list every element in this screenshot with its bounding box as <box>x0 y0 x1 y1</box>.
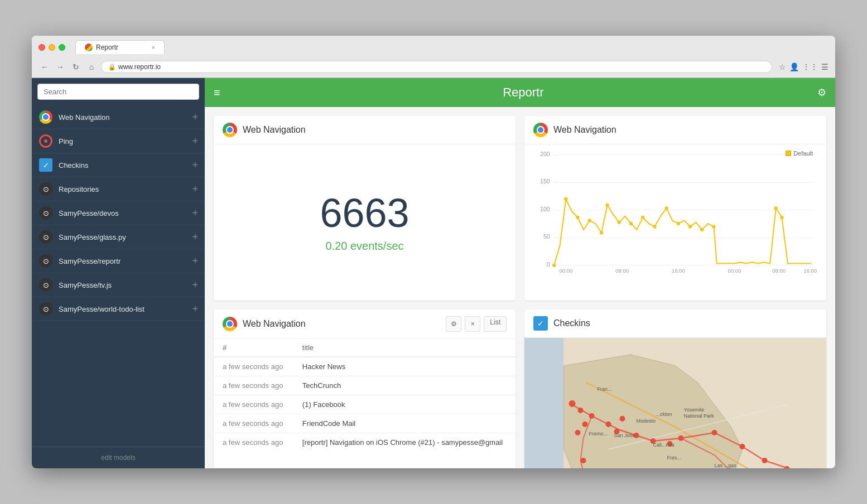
settings-button[interactable]: ⚙ <box>817 86 826 99</box>
sidebar-item-reportr[interactable]: ⊙ SamyPesse/reportr + <box>32 249 205 273</box>
svg-point-47 <box>712 430 717 435</box>
svg-point-32 <box>780 216 783 220</box>
sidebar-item-label: SamyPesse/reportr <box>59 257 192 265</box>
metric-card-icon <box>223 123 237 137</box>
github-icon-container: ⊙ <box>38 206 53 220</box>
maximize-dot[interactable] <box>59 44 65 51</box>
svg-point-21 <box>605 203 609 207</box>
svg-point-29 <box>700 228 704 232</box>
sidebar-item-glass[interactable]: ⊙ SamyPesse/glass.py + <box>32 225 205 249</box>
main-content: ≡ Reportr ⚙ Web Navigation 6663 0.20 eve… <box>205 78 835 468</box>
add-item-button[interactable]: + <box>192 303 198 315</box>
add-item-button[interactable]: + <box>192 112 198 123</box>
url-text: www.reportr.io <box>118 63 765 71</box>
refresh-button[interactable]: ↻ <box>70 61 82 73</box>
chart-card-body: Default 200 150 100 50 0 <box>524 144 826 280</box>
home-button[interactable]: ⌂ <box>85 61 98 73</box>
map-card-body: Fran... Fremo... San Jose Modesto ...ckt… <box>524 338 826 468</box>
sidebar-item-web-navigation[interactable]: Web Navigation + <box>32 105 205 129</box>
svg-text:00:00: 00:00 <box>559 268 572 273</box>
table-card-actions: ⚙ × List <box>446 316 507 332</box>
svg-text:16:00: 16:00 <box>803 268 817 273</box>
add-item-button[interactable]: + <box>192 135 198 147</box>
svg-point-24 <box>641 216 644 220</box>
metric-card: Web Navigation 6663 0.20 events/sec <box>214 116 516 301</box>
metric-card-header: Web Navigation <box>214 116 516 144</box>
menu-icon[interactable]: ☰ <box>821 62 829 71</box>
table-settings-button[interactable]: ⚙ <box>446 316 461 332</box>
table-row[interactable]: a few seconds ago TechCrunch <box>214 376 516 395</box>
sidebar-item-repositories[interactable]: ⊙ Repositories + <box>32 177 205 201</box>
sidebar-item-tvjs[interactable]: ⊙ SamyPesse/tv.js + <box>32 273 205 297</box>
ping-icon-container <box>38 134 53 148</box>
add-item-button[interactable]: + <box>192 207 198 219</box>
tab-bar: Reportr × <box>75 40 829 54</box>
profile-icon[interactable]: 👤 <box>789 62 799 71</box>
svg-point-48 <box>740 444 745 449</box>
svg-text:08:00: 08:00 <box>772 268 786 273</box>
table-row[interactable]: a few seconds ago FriendCode Mail <box>214 414 516 433</box>
map-card: ✓ Checkins <box>524 309 826 468</box>
svg-text:National Park: National Park <box>684 413 715 419</box>
close-dot[interactable] <box>38 44 45 51</box>
top-bar: ≡ Reportr ⚙ <box>205 78 835 107</box>
edit-models-link[interactable]: edit models <box>32 447 205 468</box>
browser-dots <box>38 44 65 51</box>
svg-text:Las ...gas: Las ...gas <box>715 463 737 468</box>
svg-text:00:00: 00:00 <box>728 268 741 273</box>
sidebar-item-checkins[interactable]: ✓ Checkins + <box>32 153 205 177</box>
table-row[interactable]: a few seconds ago (1) Facebook <box>214 395 516 414</box>
svg-point-31 <box>774 206 778 210</box>
add-item-button[interactable]: + <box>192 183 198 195</box>
bookmark-icon[interactable]: ☆ <box>779 62 786 71</box>
svg-point-38 <box>582 421 588 427</box>
add-item-button[interactable]: + <box>192 231 198 243</box>
table-row[interactable]: a few seconds ago [reportr] Navigation o… <box>214 433 516 452</box>
search-input[interactable] <box>37 84 199 100</box>
add-item-button[interactable]: + <box>192 279 198 291</box>
table-cell-title: [reportr] Navigation on iOS Chrome (#21)… <box>293 433 516 452</box>
table-cell-time: a few seconds ago <box>214 414 293 433</box>
browser-toolbar: ← → ↻ ⌂ 🔒 www.reportr.io ☆ 👤 ⋮⋮ ☰ <box>32 59 835 77</box>
add-item-button[interactable]: + <box>192 255 198 267</box>
github-icon-container: ⊙ <box>38 254 53 268</box>
sidebar-item-ping[interactable]: Ping + <box>32 129 205 153</box>
browser-tab[interactable]: Reportr × <box>75 40 165 54</box>
table-card-icon <box>223 317 237 331</box>
checkins-icon-container: ✓ <box>38 158 53 172</box>
svg-text:Modesto: Modesto <box>637 418 656 424</box>
svg-point-23 <box>629 222 633 226</box>
address-bar[interactable]: 🔒 www.reportr.io <box>101 61 772 73</box>
forward-button[interactable]: → <box>54 61 66 73</box>
col-hash: # <box>214 339 293 357</box>
chart-svg: 200 150 100 50 0 00:00 <box>533 150 817 273</box>
sidebar-item-world-todo[interactable]: ⊙ SamyPesse/world-todo-list + <box>32 297 205 321</box>
svg-text:San Jose: San Jose <box>614 433 635 438</box>
back-button[interactable]: ← <box>38 61 51 73</box>
sidebar-item-devos[interactable]: ⊙ SamyPesse/devos + <box>32 201 205 225</box>
svg-text:08:00: 08:00 <box>615 268 629 273</box>
tab-title: Reportr <box>96 43 118 51</box>
tab-close-button[interactable]: × <box>152 44 155 51</box>
sidebar-nav: Web Navigation + Ping + ✓ Checkins + <box>32 105 205 447</box>
dashboard-grid: Web Navigation 6663 0.20 events/sec Web … <box>205 107 835 468</box>
table-card-body: # title a few seconds ago Hacker News a … <box>214 339 516 452</box>
add-item-button[interactable]: + <box>192 159 198 171</box>
svg-text:150: 150 <box>540 178 550 185</box>
table-row[interactable]: a few seconds ago Hacker News <box>214 357 516 376</box>
sidebar-item-label: Checkins <box>59 161 192 169</box>
svg-point-28 <box>688 225 692 229</box>
hamburger-button[interactable]: ≡ <box>214 86 220 99</box>
chrome-icon <box>38 110 53 124</box>
minimize-dot[interactable] <box>49 44 55 51</box>
sidebar: Web Navigation + Ping + ✓ Checkins + <box>32 78 205 468</box>
table-cell-title: Hacker News <box>293 357 516 376</box>
tab-favicon <box>85 43 93 51</box>
extensions-icon[interactable]: ⋮⋮ <box>802 62 818 71</box>
table-list-button[interactable]: List <box>484 316 507 332</box>
metric-card-title: Web Navigation <box>243 125 306 135</box>
svg-point-46 <box>678 435 684 441</box>
table-close-button[interactable]: × <box>465 316 480 332</box>
svg-point-19 <box>588 219 591 222</box>
svg-point-22 <box>618 221 621 225</box>
